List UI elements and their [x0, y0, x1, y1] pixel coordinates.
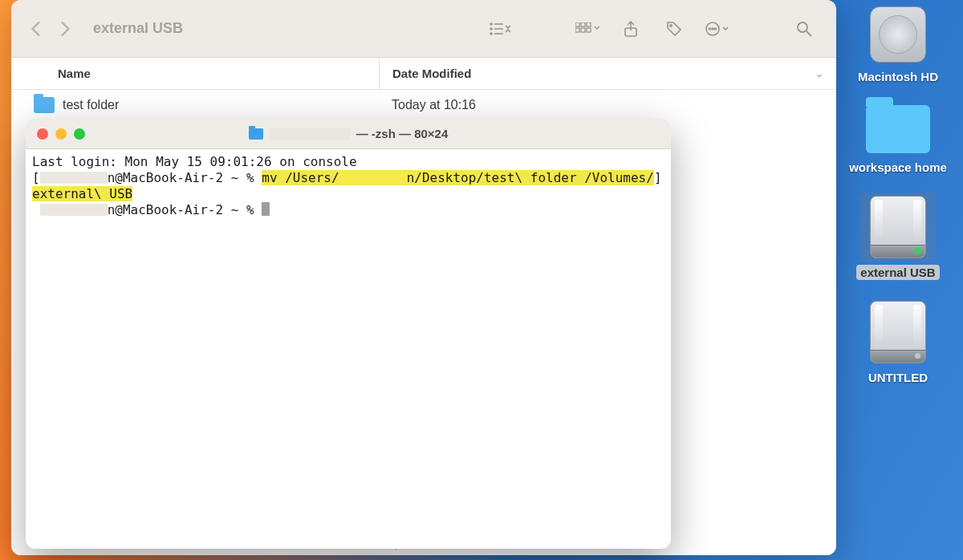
desktop-icons: Macintosh HD workspace home external USB… [839, 0, 957, 385]
more-actions-button[interactable] [701, 17, 733, 41]
redacted-text [270, 128, 350, 140]
svg-rect-6 [575, 22, 579, 26]
tags-button[interactable] [658, 17, 690, 41]
svg-point-0 [490, 23, 492, 25]
external-disk-icon [870, 301, 926, 363]
cursor-icon [262, 202, 270, 216]
nav-back-button[interactable] [27, 20, 45, 38]
svg-point-18 [798, 22, 807, 32]
view-list-button[interactable] [485, 17, 517, 41]
terminal-window: — -zsh — 80×24 Last login: Mon May 15 09… [26, 119, 671, 549]
finder-toolbar: external USB [11, 0, 836, 58]
svg-point-17 [715, 28, 717, 30]
desktop-label: workspace home [845, 160, 951, 175]
window-minimize-button[interactable] [55, 128, 67, 140]
terminal-line: Last login: Mon May 15 09:01:26 on conso… [32, 154, 357, 169]
svg-point-16 [712, 28, 713, 30]
file-modified: Today at 10:16 [392, 98, 476, 112]
sort-indicator-icon: ⌄ [815, 68, 823, 79]
finder-column-headers: Name Date Modified ⌄ [11, 58, 836, 90]
internal-disk-icon [870, 6, 926, 63]
terminal-output[interactable]: Last login: Mon May 15 09:01:26 on conso… [26, 149, 671, 549]
column-modified-header[interactable]: Date Modified ⌄ [379, 58, 836, 89]
file-name: test folder [63, 98, 119, 112]
desktop-volume-untitled[interactable]: UNTITLED [842, 298, 954, 385]
terminal-title: — -zsh — 80×24 [26, 127, 671, 140]
terminal-titlebar[interactable]: — -zsh — 80×24 [26, 119, 671, 149]
folder-icon [34, 97, 55, 113]
terminal-prompt: n@MacBook-Air-2 ~ % [108, 170, 262, 185]
share-button[interactable] [615, 17, 647, 41]
finder-title: external USB [93, 20, 183, 37]
terminal-command: mv /Users/n/Desktop/test\ folder /Volume… [262, 170, 654, 185]
search-button[interactable] [788, 17, 820, 41]
svg-rect-11 [587, 28, 591, 32]
redacted-text [40, 204, 108, 216]
svg-point-4 [490, 33, 492, 34]
desktop-folder-workspace-home[interactable]: workspace home [842, 102, 954, 175]
desktop-volume-external-usb[interactable]: external USB [842, 193, 954, 280]
column-name-header[interactable]: Name [11, 67, 379, 80]
svg-rect-10 [581, 28, 585, 32]
desktop-volume-macintosh-hd[interactable]: Macintosh HD [842, 3, 954, 84]
window-close-button[interactable] [37, 128, 48, 140]
svg-point-13 [670, 24, 672, 26]
redacted-text [40, 172, 108, 184]
svg-line-19 [807, 31, 811, 36]
desktop-label: Macintosh HD [854, 69, 942, 84]
folder-icon [249, 128, 263, 140]
svg-rect-9 [575, 28, 579, 32]
table-row[interactable]: test folder Today at 10:16 [11, 90, 836, 120]
svg-point-2 [490, 28, 492, 30]
svg-rect-7 [581, 22, 585, 26]
nav-forward-button[interactable] [56, 20, 74, 38]
desktop-label: UNTITLED [864, 370, 932, 385]
svg-point-15 [709, 28, 711, 30]
folder-icon [866, 105, 930, 153]
terminal-command: external\ USB [32, 186, 132, 201]
external-disk-icon [870, 196, 926, 258]
redacted-text [339, 172, 407, 184]
grid-view-button[interactable] [571, 17, 603, 41]
window-zoom-button[interactable] [74, 128, 85, 140]
desktop-label: external USB [856, 265, 939, 280]
terminal-prompt: n@MacBook-Air-2 ~ % [108, 202, 262, 217]
svg-rect-8 [587, 22, 591, 26]
